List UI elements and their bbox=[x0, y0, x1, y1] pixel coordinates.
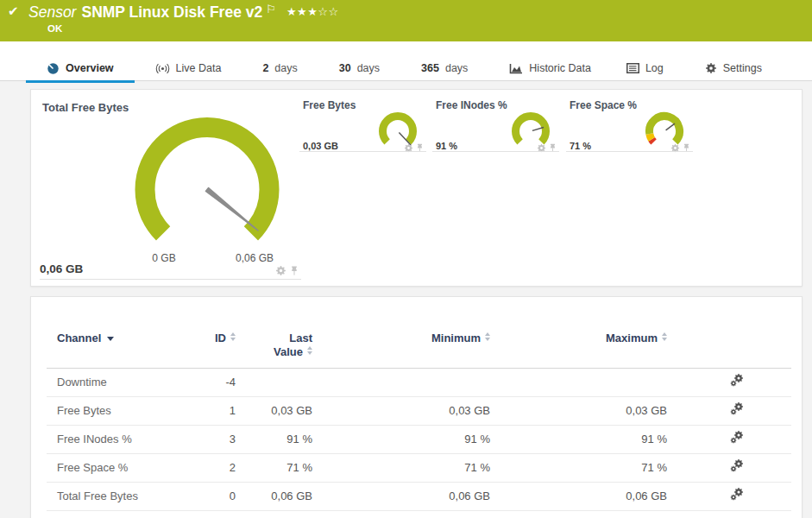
channel-maximum: 91 % bbox=[490, 425, 667, 453]
mini-gauge-value: 71 % bbox=[570, 141, 591, 151]
channel-id: 3 bbox=[210, 425, 236, 453]
divider bbox=[566, 151, 693, 152]
mini-gauge-title: Free Space % bbox=[570, 99, 637, 111]
tab-overview[interactable]: Overview bbox=[26, 56, 135, 81]
channel-id: 2 bbox=[210, 453, 236, 482]
gauge-needle bbox=[205, 188, 258, 231]
tab-settings[interactable]: Settings bbox=[678, 56, 771, 81]
gauges-panel: Total Free Bytes 0 GB 0,06 GB 0,06 GB Fr… bbox=[30, 89, 803, 287]
channel-settings-gears-icon[interactable] bbox=[730, 460, 744, 472]
channel-settings-gears-icon[interactable] bbox=[730, 432, 744, 444]
table-row: Downtime -4 bbox=[47, 368, 791, 396]
area-chart-icon bbox=[509, 63, 523, 74]
divider bbox=[40, 279, 301, 280]
channel-minimum: 0,03 GB bbox=[312, 396, 490, 425]
channel-last-value: 0,03 GB bbox=[236, 396, 312, 425]
table-row: Free INodes % 3 91 % 91 % 91 % bbox=[47, 425, 791, 453]
mini-gauge-title: Free INodes % bbox=[436, 99, 507, 111]
main-gauge-min-label: 0 GB bbox=[142, 252, 186, 264]
sensor-status-bar: ✔ SensorSNMP Linux Disk Free v2⚐★★★☆☆ OK bbox=[0, 0, 812, 41]
col-header-last-value[interactable]: Last Value bbox=[236, 332, 312, 368]
channel-minimum bbox=[312, 368, 490, 396]
log-icon bbox=[626, 63, 639, 73]
status-badge: OK bbox=[47, 23, 62, 34]
channel-maximum: 71 % bbox=[490, 453, 667, 482]
channel-name[interactable]: Free Bytes bbox=[47, 396, 210, 425]
channels-panel: Channel ID Last Value Minimum Maximum Do… bbox=[30, 296, 803, 518]
col-header-actions bbox=[667, 332, 791, 368]
mini-gauge-title: Free Bytes bbox=[303, 99, 356, 111]
channel-name[interactable]: Downtime bbox=[47, 368, 210, 396]
channel-id: 1 bbox=[210, 396, 236, 425]
channel-id: 0 bbox=[210, 482, 236, 510]
mini-gauge-value: 91 % bbox=[436, 141, 457, 151]
channel-name[interactable]: Total Free Bytes bbox=[47, 482, 210, 510]
table-row: Free Bytes 1 0,03 GB 0,03 GB 0,03 GB bbox=[47, 396, 791, 425]
channel-settings-gears-icon[interactable] bbox=[730, 403, 744, 415]
channel-minimum: 71 % bbox=[312, 453, 490, 482]
channels-table: Channel ID Last Value Minimum Maximum Do… bbox=[47, 332, 791, 511]
ok-check-icon: ✔ bbox=[8, 3, 19, 19]
tab-2-days[interactable]: 2days bbox=[242, 56, 318, 81]
col-header-minimum[interactable]: Minimum bbox=[312, 332, 490, 368]
mini-gauge-free-bytes: Free Bytes 0,03 GB bbox=[299, 97, 426, 157]
channel-settings-gears-icon[interactable] bbox=[730, 489, 744, 501]
main-gauge-max-label: 0,06 GB bbox=[233, 252, 276, 264]
main-gauge-value: 0,06 GB bbox=[40, 262, 83, 275]
col-header-id[interactable]: ID bbox=[210, 332, 236, 368]
channel-name[interactable]: Free Space % bbox=[47, 453, 210, 482]
pin-icon[interactable] bbox=[290, 266, 299, 276]
table-row: Free Space % 2 71 % 71 % 71 % bbox=[47, 453, 791, 482]
sensor-title: SNMP Linux Disk Free v2 bbox=[81, 3, 262, 21]
channel-settings-gears-icon[interactable] bbox=[730, 375, 744, 387]
channel-last-value: 0,06 GB bbox=[236, 482, 312, 510]
priority-stars[interactable]: ★★★☆☆ bbox=[286, 5, 339, 18]
gauge-settings-gear-icon[interactable] bbox=[275, 265, 286, 276]
channel-maximum bbox=[490, 368, 667, 396]
gear-icon bbox=[705, 62, 717, 74]
sort-icon bbox=[230, 332, 236, 341]
table-row: Total Free Bytes 0 0,06 GB 0,06 GB 0,06 … bbox=[47, 482, 791, 510]
sort-icon bbox=[662, 332, 667, 341]
sort-icon bbox=[485, 332, 490, 341]
main-gauge-title: Total Free Bytes bbox=[42, 101, 129, 114]
channel-name[interactable]: Free INodes % bbox=[47, 425, 210, 453]
divider bbox=[299, 151, 426, 152]
channel-maximum: 0,06 GB bbox=[490, 482, 667, 510]
channel-last-value: 71 % bbox=[236, 453, 312, 482]
broadcast-icon bbox=[155, 63, 170, 74]
dropdown-caret-icon bbox=[107, 337, 114, 341]
tab-bar: Overview Live Data 2days 30days 365days … bbox=[0, 41, 812, 81]
object-kind-label: Sensor bbox=[28, 3, 76, 21]
channel-last-value bbox=[236, 368, 312, 396]
tab-30-days[interactable]: 30days bbox=[318, 56, 400, 81]
tab-365-days[interactable]: 365days bbox=[400, 56, 488, 81]
col-header-maximum[interactable]: Maximum bbox=[490, 332, 667, 368]
main-gauge bbox=[129, 108, 285, 255]
mini-gauge-free-space: Free Space % 71 % bbox=[566, 97, 693, 157]
channel-minimum: 91 % bbox=[312, 425, 490, 453]
tab-live-data[interactable]: Live Data bbox=[135, 56, 242, 81]
priority-flag-icon[interactable]: ⚐ bbox=[266, 3, 276, 16]
channel-last-value: 91 % bbox=[236, 425, 312, 453]
channel-minimum: 0,06 GB bbox=[312, 482, 490, 510]
channel-maximum: 0,03 GB bbox=[490, 396, 667, 425]
tab-historic-data[interactable]: Historic Data bbox=[488, 56, 612, 81]
channel-id: -4 bbox=[210, 368, 236, 396]
gauge-icon bbox=[47, 62, 60, 75]
divider bbox=[432, 151, 559, 152]
sort-icon bbox=[307, 346, 312, 355]
mini-gauge-free-inodes: Free INodes % 91 % bbox=[432, 97, 559, 157]
tab-log[interactable]: Log bbox=[612, 56, 678, 81]
col-header-channel[interactable]: Channel bbox=[47, 332, 210, 368]
mini-gauge-value: 0,03 GB bbox=[303, 141, 338, 151]
